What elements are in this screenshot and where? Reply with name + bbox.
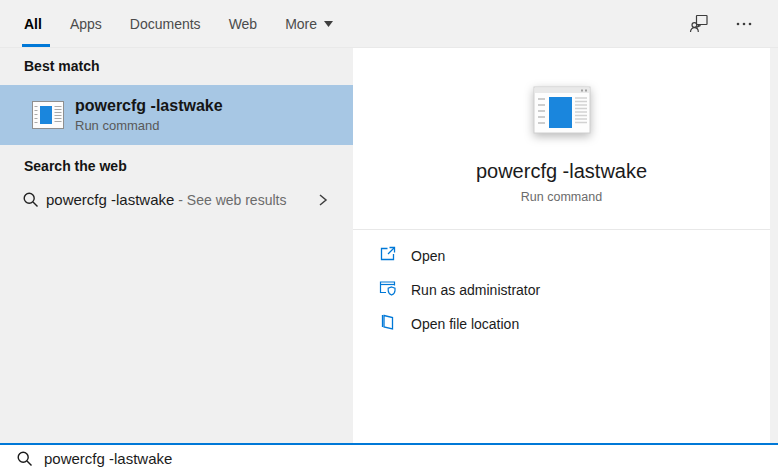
best-match-title: powercfg -lastwake (75, 97, 223, 115)
best-match-result[interactable]: powercfg -lastwake Run command (0, 85, 353, 145)
action-open-file-location[interactable]: Open file location (353, 307, 770, 341)
preview-panel-wrap: powercfg -lastwake Run command Open (353, 48, 778, 443)
tab-web-label: Web (229, 16, 258, 32)
run-as-admin-shield-icon (379, 279, 397, 301)
tab-list: All Apps Documents Web More (24, 0, 361, 47)
open-file-location-icon (379, 313, 397, 335)
more-options-icon[interactable] (734, 14, 754, 34)
tab-web[interactable]: Web (229, 0, 258, 47)
action-open[interactable]: Open (353, 239, 770, 273)
search-filter-tabbar: All Apps Documents Web More (0, 0, 778, 48)
chevron-down-icon (324, 21, 333, 27)
search-input[interactable] (44, 450, 778, 467)
tab-documents[interactable]: Documents (130, 0, 201, 47)
run-command-window-icon-large (533, 86, 591, 136)
run-command-window-icon (32, 101, 64, 129)
feedback-icon[interactable] (689, 13, 710, 34)
tab-more[interactable]: More (285, 0, 333, 47)
tab-documents-label: Documents (130, 16, 201, 32)
preview-subtitle: Run command (521, 190, 602, 204)
search-the-web-header: Search the web (24, 158, 353, 174)
action-run-as-administrator[interactable]: Run as administrator (353, 273, 770, 307)
tab-apps[interactable]: Apps (70, 0, 102, 47)
windows-search-flyout: All Apps Documents Web More (0, 0, 778, 472)
results-area: Best match (0, 48, 778, 443)
action-list: Open Run as administrator (353, 239, 770, 341)
web-search-suffix: - See web results (174, 192, 286, 208)
web-search-text: powercfg -lastwake - See web results (46, 191, 286, 209)
tab-apps-label: Apps (70, 16, 102, 32)
tab-all-label: All (24, 16, 42, 32)
search-icon (16, 450, 34, 468)
best-match-header: Best match (24, 58, 353, 74)
preview-title: powercfg -lastwake (476, 160, 647, 183)
best-match-text: powercfg -lastwake Run command (75, 97, 223, 133)
search-icon (22, 191, 40, 209)
preview-divider (353, 229, 770, 230)
chevron-right-icon[interactable] (315, 192, 331, 208)
topbar-right-icons (689, 13, 754, 34)
action-run-as-administrator-label: Run as administrator (411, 282, 540, 298)
preview-card: powercfg -lastwake Run command Open (353, 48, 770, 443)
action-open-file-location-label: Open file location (411, 316, 519, 332)
open-icon (379, 245, 397, 267)
action-open-label: Open (411, 248, 445, 264)
best-match-subtitle: Run command (75, 118, 223, 133)
tab-more-label: More (285, 16, 317, 32)
search-bar (0, 443, 778, 472)
results-list-panel: Best match (0, 48, 353, 443)
web-search-result[interactable]: powercfg -lastwake - See web results (0, 182, 353, 218)
tab-all[interactable]: All (24, 0, 42, 47)
web-search-query: powercfg -lastwake (46, 191, 174, 208)
